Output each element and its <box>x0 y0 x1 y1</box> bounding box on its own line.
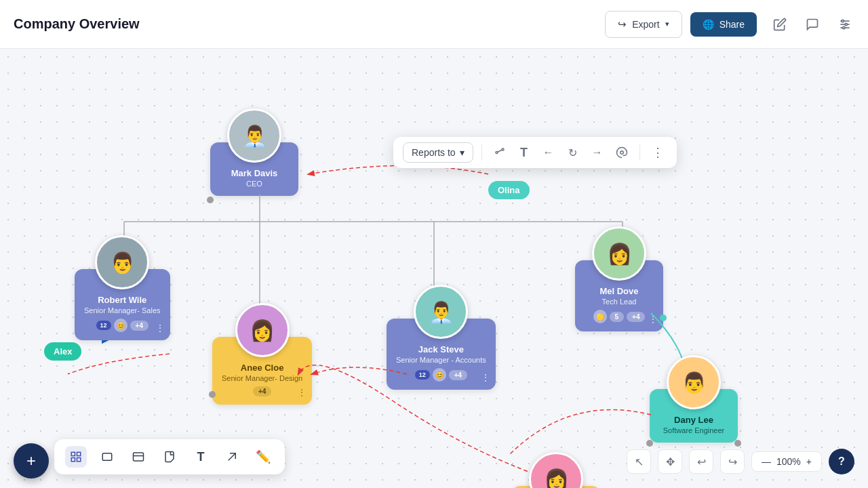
node-jack[interactable]: 👨‍💼 Jack Steve Senior Manager - Accounts… <box>387 285 496 390</box>
svg-line-25 <box>229 453 236 461</box>
avatar-jack: 👨‍💼 <box>414 285 468 339</box>
avatar-robert: 👨 <box>95 235 149 289</box>
svg-point-3 <box>842 20 844 22</box>
zoom-display: — 100% + <box>751 451 822 472</box>
svg-rect-23 <box>134 453 144 461</box>
dots-jack[interactable]: ⋮ <box>481 372 490 383</box>
svg-rect-20 <box>71 458 75 462</box>
node-mel[interactable]: 👩 Mel Dove Tech Lead 🟡 5 +4 ⋮ <box>575 226 663 331</box>
arrow-right-icon[interactable]: → <box>588 143 607 162</box>
globe-icon: 🌐 <box>703 19 714 30</box>
rectangle-tool[interactable] <box>96 446 118 468</box>
conn-dot-mel-right <box>660 314 667 321</box>
color-icon[interactable] <box>612 143 631 162</box>
badge-robert-2: +4 <box>130 321 149 331</box>
cursor-tool[interactable]: ↖ <box>627 449 651 474</box>
help-button[interactable]: ? <box>829 449 854 474</box>
redo-button[interactable]: ↪ <box>720 449 745 474</box>
undo-button[interactable]: ↩ <box>689 449 713 474</box>
svg-point-14 <box>496 152 498 154</box>
arrow-left-icon[interactable]: ← <box>539 143 558 162</box>
comment-icon[interactable] <box>803 15 822 34</box>
text-tool[interactable]: T <box>190 446 212 468</box>
badge-jack-emoji: 😊 <box>433 368 446 382</box>
bottom-toolbar: T ✏️ <box>54 439 285 474</box>
svg-point-15 <box>502 148 504 150</box>
zoom-controls: ↖ ✥ ↩ ↪ — 100% + ? <box>627 449 854 474</box>
header-icon-group <box>770 15 854 34</box>
badge-robert-1: 12 <box>96 321 111 330</box>
svg-rect-18 <box>71 452 75 455</box>
export-chevron-icon: ▾ <box>665 20 669 28</box>
alex-tooltip: Alex <box>44 342 81 361</box>
dots-anee[interactable]: ⋮ <box>297 387 307 398</box>
relationship-dropdown[interactable]: Reports to ▾ <box>403 142 473 163</box>
header: Company Overview ↪ Export ▾ 🌐 Share <box>0 0 868 49</box>
dots-mel[interactable]: ⋮ <box>648 314 658 325</box>
rotate-icon[interactable]: ↻ <box>564 143 583 162</box>
svg-rect-19 <box>77 452 81 455</box>
page-title: Company Overview <box>14 16 605 32</box>
dropdown-chevron-icon: ▾ <box>460 147 465 158</box>
toolbar-separator <box>481 144 482 161</box>
edit-icon[interactable] <box>770 15 789 34</box>
svg-point-4 <box>845 23 847 25</box>
badge-mel-1: 5 <box>610 312 625 322</box>
avatar-anee: 👩 <box>235 303 290 357</box>
sticky-tool[interactable] <box>159 446 180 468</box>
pen-tool[interactable]: ✏️ <box>252 446 274 468</box>
svg-rect-22 <box>102 453 112 461</box>
canvas[interactable]: Reports to ▾ T ← ↻ → ⋮ Olina Alex ▶ 👨‍💼 … <box>0 49 868 488</box>
badge-robert-emoji: 😊 <box>114 319 127 332</box>
floating-toolbar: Reports to ▾ T ← ↻ → ⋮ <box>393 137 677 168</box>
conn-dot-dany-left <box>646 440 653 447</box>
badge-anee: +4 <box>253 386 271 396</box>
svg-point-17 <box>620 151 623 155</box>
export-button[interactable]: ↪ Export ▾ <box>605 11 682 38</box>
settings-icon[interactable] <box>835 15 854 34</box>
more-options-icon[interactable]: ⋮ <box>648 143 667 162</box>
svg-point-5 <box>843 26 845 28</box>
avatar-mel: 👩 <box>592 226 646 281</box>
badge-jack-2: +4 <box>449 370 467 380</box>
zoom-in-button[interactable]: + <box>806 456 812 467</box>
badge-mel-2: +4 <box>627 312 645 322</box>
olina-tooltip: Olina <box>488 181 530 199</box>
node-chei[interactable]: 👩 Chei Seyong Senior UX Designer <box>512 452 600 488</box>
card-tool[interactable] <box>127 446 149 468</box>
conn-dot-anee-left <box>209 391 216 398</box>
export-icon: ↪ <box>618 18 627 30</box>
toolbar-separator-2 <box>639 144 640 161</box>
share-button[interactable]: 🌐 Share <box>690 12 757 37</box>
grid-tool[interactable] <box>65 446 87 468</box>
arrow-tool[interactable] <box>221 446 243 468</box>
node-robert[interactable]: 👨 Robert Wile Senior Manager- Sales 12 😊… <box>75 235 170 340</box>
text-format-icon[interactable]: T <box>515 143 534 162</box>
node-dany[interactable]: 👨 Dany Lee Software Engineer <box>650 355 738 443</box>
badge-jack-1: 12 <box>415 370 430 380</box>
node-anee[interactable]: 👩 Anee Cloe Senior Manager- Design +4 ⋮ <box>212 303 312 405</box>
zoom-level: 100% <box>776 456 801 467</box>
zoom-out-button[interactable]: — <box>762 456 771 467</box>
node-mark-davis[interactable]: 👨‍💼 Mark Davis CEO <box>210 108 298 196</box>
node-tool-icon[interactable] <box>490 143 509 162</box>
conn-dot-mark-left <box>207 197 214 203</box>
header-actions: ↪ Export ▾ 🌐 Share <box>605 11 757 38</box>
pan-tool[interactable]: ✥ <box>658 449 682 474</box>
conn-dot-dany-right <box>734 440 741 447</box>
avatar-chei: 👩 <box>529 452 583 488</box>
avatar-mark: 👨‍💼 <box>227 108 281 163</box>
avatar-dany: 👨 <box>667 355 721 409</box>
badge-mel-emoji: 🟡 <box>593 310 607 323</box>
dots-robert[interactable]: ⋮ <box>155 323 165 333</box>
add-fab-button[interactable]: + <box>14 443 49 479</box>
svg-line-16 <box>498 150 502 152</box>
svg-rect-21 <box>77 458 81 462</box>
